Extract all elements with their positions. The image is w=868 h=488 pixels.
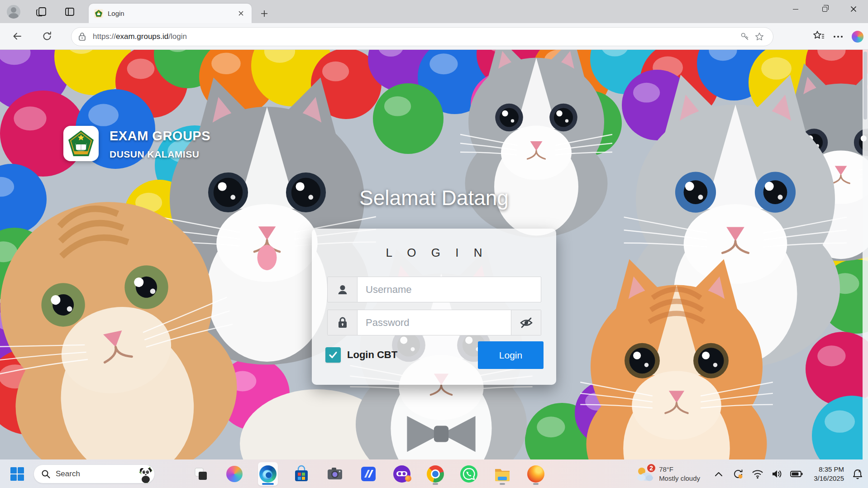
- back-button[interactable]: [8, 27, 26, 45]
- notification-badge: [405, 475, 411, 482]
- favorites-button[interactable]: [813, 30, 825, 43]
- running-indicator: [533, 483, 539, 485]
- user-icon: [336, 283, 349, 296]
- workspaces-button[interactable]: [33, 4, 50, 20]
- login-page: EXAM GROUPS DUSUN KALAMISU Selamat Datan…: [0, 50, 868, 459]
- password-addon: [328, 310, 358, 335]
- notification-bell-button[interactable]: z: [851, 467, 864, 481]
- tab-actions-icon: [64, 6, 75, 17]
- mask-app-icon: [393, 465, 410, 483]
- weather-condition: Mostly cloudy: [659, 474, 700, 483]
- camera-icon: [326, 465, 344, 483]
- username-addon: [328, 277, 358, 302]
- taskbar-store-button[interactable]: [291, 462, 311, 486]
- password-manager-button[interactable]: [738, 29, 752, 44]
- clock-date: 3/16/2025: [810, 474, 844, 483]
- site-favicon: [94, 9, 103, 18]
- taskbar-edge-button[interactable]: [258, 462, 278, 486]
- wifi-button[interactable]: [751, 468, 764, 480]
- page-scrollbar[interactable]: [863, 50, 868, 459]
- url-path: /login: [168, 32, 187, 41]
- scrollbar-thumb[interactable]: [863, 52, 867, 120]
- taskbar-clock[interactable]: 8:35 PM 3/16/2025: [810, 465, 844, 483]
- browser-tab-login[interactable]: Login: [89, 4, 252, 23]
- address-bar[interactable]: https://exam.groups.id/login: [71, 27, 773, 46]
- task-view-icon: [194, 467, 208, 481]
- restore-icon: [822, 7, 827, 12]
- system-tray: 2 78°F Mostly cloudy: [633, 459, 864, 488]
- bookmark-button[interactable]: [752, 29, 767, 44]
- settings-more-button[interactable]: [833, 33, 844, 41]
- taskbar-whatsapp-button[interactable]: [459, 462, 479, 486]
- active-app-indicator: [262, 483, 274, 485]
- taskbar-chrome-button[interactable]: [425, 462, 445, 486]
- weather-widget[interactable]: 2 78°F Mostly cloudy: [633, 464, 703, 484]
- username-input[interactable]: [358, 277, 541, 302]
- toggle-password-button[interactable]: [511, 310, 541, 335]
- window-close-button[interactable]: [839, 0, 868, 18]
- back-icon: [12, 31, 22, 41]
- login-button[interactable]: Login: [478, 341, 544, 369]
- bookmark-star-icon: [754, 32, 764, 42]
- tab-actions-button[interactable]: [62, 4, 78, 20]
- taskbar: Search: [0, 459, 868, 488]
- profile-avatar-icon: [7, 5, 20, 19]
- edge-icon: [259, 465, 277, 483]
- new-tab-button[interactable]: [257, 6, 272, 21]
- taskbar-camera-button[interactable]: [325, 462, 345, 486]
- password-input[interactable]: [358, 310, 511, 335]
- taskbar-copilot-button[interactable]: [224, 462, 244, 486]
- battery-button[interactable]: [790, 468, 803, 480]
- running-indicator: [433, 483, 438, 485]
- url-host: exam.groups.id: [116, 32, 168, 41]
- volume-button[interactable]: [771, 468, 783, 480]
- panda-image: [134, 463, 157, 486]
- brand-subtitle: DUSUN KALAMISU: [110, 149, 210, 160]
- url-protocol: https://: [93, 32, 116, 41]
- browser-window: Login: [0, 0, 868, 488]
- password-group: [327, 310, 541, 335]
- eye-off-icon: [519, 316, 534, 329]
- taskbar-search-box[interactable]: Search: [33, 464, 155, 483]
- taskbar-mask-app-button[interactable]: [392, 462, 412, 486]
- notification-bell-icon: z: [852, 468, 863, 480]
- new-tab-icon: [261, 10, 268, 17]
- login-cbt-checkbox[interactable]: [325, 347, 341, 363]
- minimize-icon: [793, 9, 798, 10]
- window-controls: [781, 0, 868, 18]
- sync-status-button[interactable]: [732, 468, 744, 480]
- volume-icon: [771, 469, 783, 479]
- taskbar-movies-app-button[interactable]: [358, 462, 378, 486]
- wifi-icon: [752, 469, 763, 479]
- chevron-up-icon: [715, 471, 723, 477]
- browser-toolbar: https://exam.groups.id/login: [0, 23, 868, 50]
- movies-app-icon: [359, 465, 377, 483]
- restore-button[interactable]: [810, 0, 839, 18]
- minimize-button[interactable]: [781, 0, 810, 18]
- weather-alert-badge: 2: [646, 463, 656, 473]
- login-cbt-row: Login CBT: [325, 347, 397, 363]
- taskbar-firefox-button[interactable]: [526, 462, 546, 486]
- start-button[interactable]: [8, 464, 26, 484]
- brand-title: EXAM GROUPS: [110, 129, 210, 144]
- profile-button[interactable]: [5, 4, 22, 20]
- password-key-icon: [740, 32, 750, 42]
- show-hidden-icons-button[interactable]: [712, 468, 725, 480]
- tab-strip: Login: [0, 0, 868, 23]
- login-heading: L O G I N: [312, 246, 556, 260]
- workspaces-icon: [36, 6, 48, 18]
- clock-time: 8:35 PM: [810, 465, 844, 474]
- copilot-icon: [226, 466, 243, 482]
- task-view-button[interactable]: [191, 462, 211, 486]
- toolbar-right: [813, 27, 863, 46]
- https-lock-icon[interactable]: [78, 32, 86, 42]
- kemenag-emblem-icon: [67, 129, 95, 158]
- copilot-button[interactable]: [852, 31, 863, 43]
- refresh-button[interactable]: [38, 27, 56, 45]
- username-group: [327, 277, 541, 302]
- taskbar-explorer-button[interactable]: [492, 462, 512, 486]
- running-indicator: [500, 483, 505, 485]
- weather-temp: 78°F: [659, 465, 700, 474]
- tab-close-button[interactable]: [235, 8, 246, 19]
- brand-logo: [63, 126, 99, 161]
